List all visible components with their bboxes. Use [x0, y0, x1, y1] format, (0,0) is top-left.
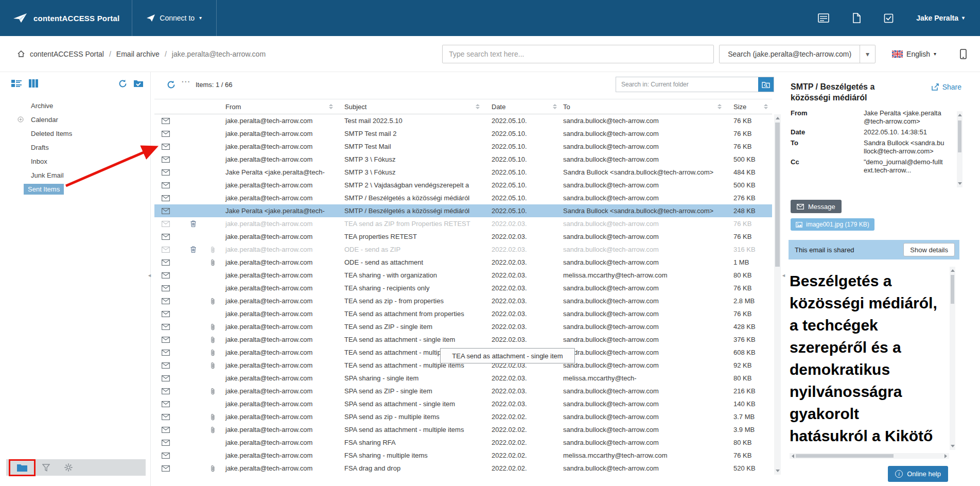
- email-row[interactable]: jake.peralta@tech-arrow.comSMTP 3 \ Fóku…: [154, 153, 772, 166]
- scroll-up-icon[interactable]: [951, 269, 955, 272]
- brand[interactable]: contentACCESS Portal: [0, 0, 132, 36]
- email-row[interactable]: jake.peralta@tech-arrow.comTEA sharing -…: [154, 282, 772, 294]
- message-tab-button[interactable]: Message: [791, 200, 842, 213]
- export-files-icon[interactable]: [807, 0, 841, 36]
- document-icon[interactable]: [841, 0, 872, 36]
- scroll-up-icon[interactable]: [776, 117, 780, 119]
- sidebar-folder-inbox[interactable]: Inbox: [6, 154, 146, 168]
- mobile-icon[interactable]: [960, 49, 967, 59]
- folder-search-icon[interactable]: [758, 77, 774, 92]
- email-row[interactable]: Jake Peralta <jake.peralta@tech-SMTP 3 \…: [154, 166, 772, 179]
- settings-gear-icon[interactable]: [64, 463, 73, 472]
- sidebar-folder-calendar[interactable]: Calendar: [6, 113, 146, 127]
- email-row[interactable]: jake.peralta@tech-arrow.comODE - send as…: [154, 256, 772, 269]
- column-header-to[interactable]: To: [561, 103, 731, 111]
- email-from: jake.peralta@tech-arrow.com: [222, 426, 342, 433]
- refresh-list-icon[interactable]: [167, 80, 176, 89]
- email-row[interactable]: jake.peralta@tech-arrow.comFSA sharing -…: [154, 449, 772, 462]
- sidebar-folder-junk-email[interactable]: Junk Email: [6, 168, 146, 182]
- email-subject: SPA send as attachment - single item: [342, 400, 489, 408]
- search-button[interactable]: Search (jake.peralta@tech-arrow.com) ▾: [719, 45, 876, 63]
- message-body-line: hatásukról a Kikötő: [790, 425, 952, 447]
- collapse-sidebar-handle[interactable]: ◄: [147, 273, 152, 278]
- sidebar-splitter[interactable]: [150, 72, 151, 486]
- email-row[interactable]: jake.peralta@tech-arrow.comSPA send as Z…: [154, 385, 772, 397]
- email-row[interactable]: jake.peralta@tech-arrow.comFSA sharing R…: [154, 436, 772, 449]
- sort-icon[interactable]: [553, 104, 557, 109]
- column-header-date[interactable]: Date: [489, 103, 561, 111]
- scroll-up-icon[interactable]: [958, 114, 962, 116]
- email-row[interactable]: jake.peralta@tech-arrow.comSMTP / Beszél…: [154, 192, 772, 204]
- email-row[interactable]: Jake Peralta <jake.peralta@tech-SMTP / B…: [154, 204, 772, 217]
- attachment-chip[interactable]: image001.jpg (179 KB): [791, 218, 874, 231]
- scrollbar-thumb[interactable]: [958, 120, 961, 152]
- email-row[interactable]: jake.peralta@tech-arrow.comTest mail 202…: [154, 114, 772, 127]
- email-row[interactable]: jake.peralta@tech-arrow.comTEA send as z…: [154, 294, 772, 307]
- column-header-from[interactable]: From: [222, 103, 342, 111]
- column-header-subject[interactable]: Subject: [342, 103, 489, 111]
- tasks-icon[interactable]: [872, 0, 905, 36]
- sort-icon[interactable]: [717, 104, 722, 109]
- meta-scrollbar[interactable]: [957, 111, 962, 187]
- email-row[interactable]: jake.peralta@tech-arrow.comTEA propertie…: [154, 230, 772, 243]
- email-row[interactable]: jake.peralta@tech-arrow.comSPA send as a…: [154, 397, 772, 410]
- email-row[interactable]: jake.peralta@tech-arrow.comSMTP Test mai…: [154, 127, 772, 140]
- select-folder-icon[interactable]: [133, 79, 144, 88]
- email-row[interactable]: jake.peralta@tech-arrow.comTEA send as a…: [154, 333, 772, 346]
- sidebar-folder-sent-items[interactable]: Sent Items: [6, 182, 146, 196]
- column-view-icon[interactable]: [29, 79, 38, 88]
- search-input[interactable]: [442, 45, 714, 63]
- email-date: 2022.02.03.: [489, 220, 561, 228]
- email-row[interactable]: jake.peralta@tech-arrow.comSPA send as z…: [154, 410, 772, 423]
- collapse-preview-handle[interactable]: ◄: [781, 273, 786, 278]
- scroll-down-icon[interactable]: [951, 445, 955, 447]
- scroll-left-icon[interactable]: [792, 454, 794, 458]
- sidebar-folder-archive[interactable]: Archive: [6, 99, 146, 113]
- sidebar-folder-deleted-items[interactable]: Deleted Items: [6, 127, 146, 141]
- filter-icon[interactable]: [42, 464, 50, 472]
- email-row[interactable]: jake.peralta@tech-arrow.comSPA send as a…: [154, 423, 772, 436]
- email-row[interactable]: jake.peralta@tech-arrow.comSMTP Test Mai…: [154, 140, 772, 153]
- more-options-icon[interactable]: ⋯: [181, 76, 190, 87]
- breadcrumb-section[interactable]: Email archive: [116, 50, 160, 58]
- scrollbar-thumb[interactable]: [951, 275, 954, 304]
- email-row[interactable]: jake.peralta@tech-arrow.comFSA drag and …: [154, 462, 772, 475]
- search-options-caret[interactable]: ▾: [860, 45, 875, 63]
- show-details-button[interactable]: Show details: [903, 243, 955, 256]
- user-menu[interactable]: Jake Peralta ▾: [916, 14, 965, 22]
- email-row[interactable]: jake.peralta@tech-arrow.comSMTP 2 \ Vajd…: [154, 179, 772, 192]
- scrollbar-thumb[interactable]: [775, 123, 780, 267]
- home-icon[interactable]: [18, 50, 25, 57]
- list-view-icon[interactable]: [11, 79, 22, 88]
- email-size: 216 KB: [731, 387, 772, 395]
- language-menu[interactable]: English ▾: [892, 50, 936, 58]
- scrollbar-thumb[interactable]: [796, 454, 894, 458]
- sort-icon[interactable]: [476, 104, 480, 109]
- connect-to-menu[interactable]: Connect to ▾: [132, 0, 217, 36]
- email-row[interactable]: jake.peralta@tech-arrow.comTEA send as a…: [154, 307, 772, 320]
- email-row[interactable]: jake.peralta@tech-arrow.comSPA sharing -…: [154, 372, 772, 385]
- paperclip-icon: [211, 323, 215, 331]
- email-row[interactable]: jake.peralta@tech-arrow.comODE - send as…: [154, 243, 772, 256]
- column-header-size[interactable]: Size: [731, 103, 772, 111]
- online-help-button[interactable]: i Online help: [888, 466, 948, 482]
- folder-label: Calendar: [27, 114, 62, 125]
- sort-icon[interactable]: [764, 104, 768, 109]
- folder-search-input[interactable]: [616, 77, 758, 92]
- folder-icon[interactable]: [16, 463, 28, 472]
- email-row[interactable]: jake.peralta@tech-arrow.comTEA send as Z…: [154, 320, 772, 333]
- scroll-right-icon[interactable]: [944, 454, 947, 458]
- breadcrumb-root[interactable]: contentACCESS Portal: [30, 50, 104, 58]
- refresh-folders-icon[interactable]: [118, 79, 127, 88]
- scroll-down-icon[interactable]: [958, 182, 962, 185]
- email-row[interactable]: jake.peralta@tech-arrow.comTEA send as Z…: [154, 217, 772, 230]
- sort-icon[interactable]: [329, 104, 333, 109]
- body-scrollbar-vertical[interactable]: [950, 267, 955, 450]
- share-button[interactable]: Share: [932, 83, 961, 91]
- scroll-down-icon[interactable]: [776, 470, 780, 472]
- list-scrollbar[interactable]: [774, 114, 781, 475]
- email-row[interactable]: jake.peralta@tech-arrow.comTEA sharing -…: [154, 269, 772, 282]
- sidebar-folder-drafts[interactable]: Drafts: [6, 141, 146, 154]
- body-scrollbar-horizontal[interactable]: [790, 453, 949, 459]
- expand-icon[interactable]: [18, 116, 24, 123]
